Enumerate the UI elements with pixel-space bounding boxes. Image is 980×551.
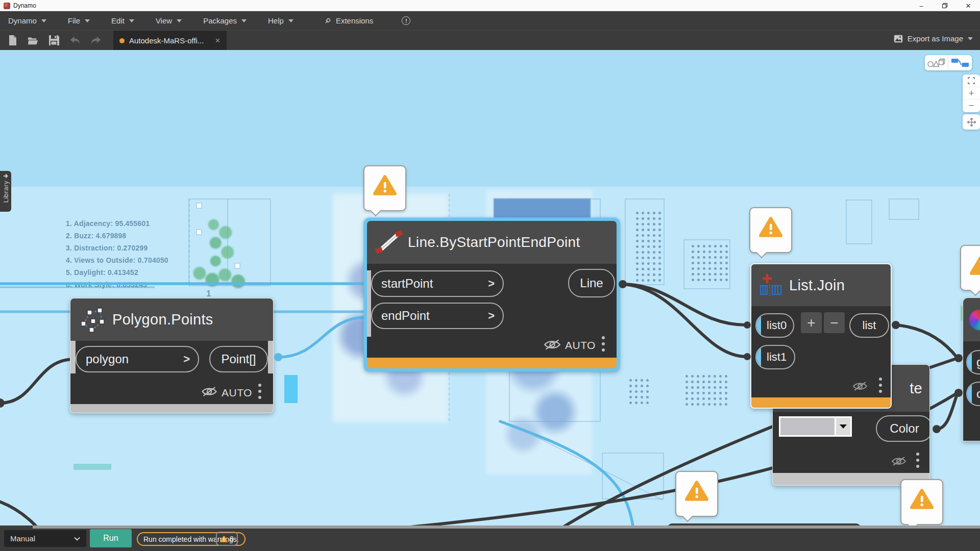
undo-icon[interactable] xyxy=(69,35,81,46)
display-node-header[interactable] xyxy=(963,298,980,341)
chevron-down-icon xyxy=(241,19,247,22)
toolbar: Autodesk-MaRS-offi... ✕ Export as Image xyxy=(0,30,980,50)
preview-hidden-icon[interactable] xyxy=(891,456,906,467)
menu-extensions[interactable]: Extensions xyxy=(324,16,373,25)
geometry-view-button[interactable] xyxy=(925,55,948,70)
color-output-port[interactable]: Color xyxy=(876,415,930,442)
wire[interactable] xyxy=(896,325,958,358)
wire[interactable] xyxy=(278,317,365,357)
color-dropdown[interactable] xyxy=(779,416,852,437)
warning-bubble[interactable] xyxy=(675,471,718,517)
tab-title: Autodesk-MaRS-offi... xyxy=(129,36,211,45)
save-icon[interactable] xyxy=(48,35,60,46)
notifications-info-icon[interactable]: ! xyxy=(402,16,410,25)
node-title: Line.ByStartPointEndPoint xyxy=(408,234,580,251)
run-button[interactable]: Run xyxy=(90,529,132,547)
dropdown-arrow-button[interactable] xyxy=(836,416,852,437)
warning-bubble[interactable] xyxy=(900,479,943,525)
chevron-down-icon xyxy=(840,424,847,429)
line-node-header[interactable]: Line.ByStartPointEndPoint xyxy=(367,221,617,264)
warning-bubble[interactable] xyxy=(960,245,980,291)
wire[interactable] xyxy=(0,501,53,525)
export-as-image-button[interactable]: Export as Image xyxy=(894,34,973,43)
remove-port-button[interactable]: − xyxy=(824,312,845,333)
new-file-icon[interactable] xyxy=(7,35,18,46)
points-output-port[interactable]: Point[] xyxy=(209,346,268,372)
menu-file[interactable]: File xyxy=(68,16,90,25)
menu-help[interactable]: Help xyxy=(268,16,293,25)
line-bystartpointendpoint-node[interactable]: Line.ByStartPointEndPoint startPoint> en… xyxy=(367,221,617,368)
chevron-down-icon xyxy=(177,19,182,22)
zoom-out-button[interactable]: − xyxy=(963,99,980,112)
node-menu-icon[interactable] xyxy=(602,336,605,352)
lacing-label[interactable]: AUTO xyxy=(565,339,596,352)
node-title: te xyxy=(910,380,922,397)
graph-canvas[interactable]: 1. Adjacency: 95.455601 2. Buzz: 4.67989… xyxy=(0,50,980,525)
polygon-points-header[interactable]: Polygon.Points xyxy=(70,298,273,341)
preview-hidden-icon[interactable] xyxy=(201,386,217,397)
warning-triangle-icon xyxy=(910,488,934,510)
node-menu-icon[interactable] xyxy=(916,453,919,468)
menu-dynamo[interactable]: Dynamo xyxy=(8,16,46,25)
tab-close-icon[interactable]: ✕ xyxy=(215,37,220,44)
warning-triangle-icon xyxy=(220,536,228,542)
document-tab[interactable]: Autodesk-MaRS-offi... ✕ xyxy=(113,31,227,51)
port-chevron-icon: > xyxy=(183,353,190,366)
chevron-down-icon xyxy=(288,19,293,22)
menu-packages[interactable]: Packages xyxy=(203,16,247,25)
list-output-port[interactable]: list xyxy=(849,313,889,338)
menu-edit[interactable]: Edit xyxy=(111,16,134,25)
graph-view-button[interactable] xyxy=(948,55,971,70)
warning-bubble[interactable] xyxy=(749,207,792,253)
chevron-down-icon xyxy=(968,37,973,40)
clipped-node-top[interactable] xyxy=(667,523,861,525)
redo-icon[interactable] xyxy=(90,35,102,46)
arrow-right-icon xyxy=(3,173,9,179)
restore-button[interactable] xyxy=(933,0,957,11)
chevron-down-icon xyxy=(74,537,80,541)
node-warning-bar xyxy=(751,397,891,408)
warning-triangle-icon xyxy=(373,174,397,196)
lacing-label[interactable]: AUTO xyxy=(222,387,252,399)
pan-button[interactable] xyxy=(963,114,980,130)
list1-input-port[interactable]: list1 xyxy=(755,345,795,369)
endpoint-input-port[interactable]: endPoint> xyxy=(371,303,504,329)
warning-bubble[interactable] xyxy=(363,165,406,211)
list-join-header[interactable]: List.Join xyxy=(751,264,891,306)
polygon-input-port[interactable]: polygon> xyxy=(76,346,199,372)
startpoint-input-port[interactable]: startPoint> xyxy=(371,270,504,297)
chevron-down-icon xyxy=(129,19,134,22)
menu-view[interactable]: View xyxy=(156,16,182,25)
run-mode-select[interactable]: Manual xyxy=(4,530,86,547)
zoom-in-button[interactable]: + xyxy=(963,87,980,99)
connected-port-strip xyxy=(967,383,972,405)
color-input-port[interactable]: c xyxy=(966,382,980,406)
add-port-button[interactable]: + xyxy=(801,312,822,333)
display-node[interactable]: g c xyxy=(963,297,980,441)
connected-port-strip xyxy=(756,314,761,337)
library-flyout-tab[interactable]: Library xyxy=(0,171,11,212)
preview-hidden-icon[interactable] xyxy=(544,338,561,351)
title-bar: Dynamo – ✕ xyxy=(0,0,980,11)
list-join-node[interactable]: List.Join list0 list1 + − list xyxy=(750,263,892,409)
wire[interactable] xyxy=(623,284,746,357)
list0-input-port[interactable]: list0 xyxy=(755,313,794,338)
node-menu-icon[interactable] xyxy=(258,384,261,399)
node-title: Polygon.Points xyxy=(112,311,213,328)
preview-hidden-icon[interactable] xyxy=(852,381,868,392)
geometry-color-node-icon xyxy=(969,310,980,330)
warning-count-badge[interactable]: 8 xyxy=(216,532,238,546)
pan-icon xyxy=(967,118,976,127)
minimize-button[interactable]: – xyxy=(910,0,933,11)
restore-icon xyxy=(942,3,948,9)
node-menu-icon[interactable] xyxy=(879,378,882,393)
open-folder-icon[interactable] xyxy=(28,35,39,46)
image-icon xyxy=(894,35,903,43)
node-resize-footer[interactable] xyxy=(70,404,273,413)
polygon-points-node[interactable]: Polygon.Points polygon> Point[] AUTO xyxy=(70,298,274,413)
geometry-input-port[interactable]: g xyxy=(966,350,980,374)
close-window-button[interactable]: ✕ xyxy=(957,0,980,11)
line-output-port[interactable]: Line xyxy=(568,269,615,297)
zoom-fit-button[interactable] xyxy=(963,74,980,87)
wire[interactable] xyxy=(0,359,75,403)
